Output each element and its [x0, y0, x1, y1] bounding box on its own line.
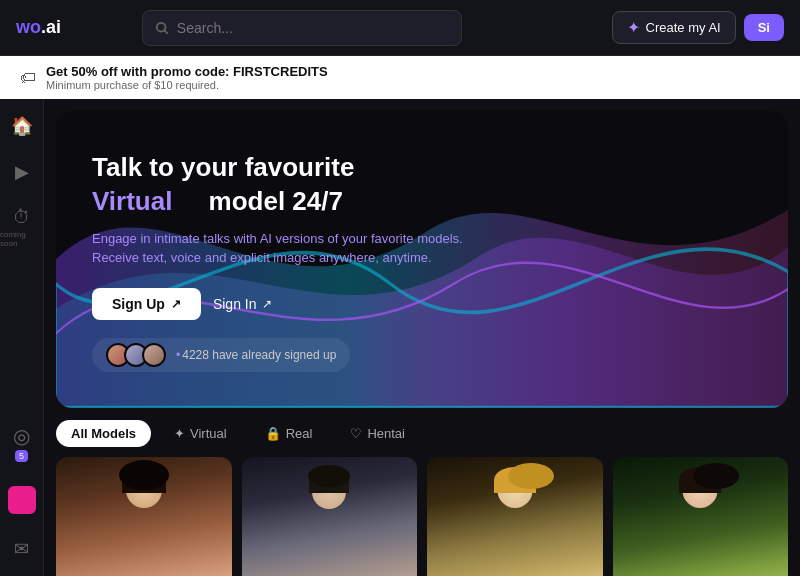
heart-icon: ♡: [350, 426, 362, 441]
tab-hentai[interactable]: ♡ Hentai: [335, 420, 420, 447]
hero-section: Talk to your favourite Virtual model 24/…: [56, 111, 788, 408]
search-bar[interactable]: [142, 10, 462, 46]
model-card[interactable]: [613, 457, 789, 576]
filter-tabs: All Models ✦ Virtual 🔒 Real ♡ Hentai: [44, 420, 800, 457]
promo-text: Get 50% off with promo code: FIRSTCREDIT…: [46, 64, 328, 91]
home-icon: 🏠: [11, 115, 33, 137]
social-proof: •4228 have already signed up: [92, 338, 350, 372]
sidebar: 🏠 ▶ ⏱ coming soon ◎ 5 ✉: [0, 99, 44, 576]
signin-button[interactable]: Sign In ↗: [213, 288, 273, 320]
spark-icon: ✦: [627, 18, 640, 37]
hero-buttons: Sign Up ↗ Sign In ↗: [92, 288, 752, 320]
content-area: Talk to your favourite Virtual model 24/…: [44, 99, 800, 576]
sidebar-item-messages[interactable]: ✉: [14, 538, 29, 560]
logo: wo.ai: [16, 17, 61, 38]
feed-icon: ▶: [15, 161, 29, 183]
promo-subtitle: Minimum purchase of $10 required.: [46, 79, 328, 91]
lock-icon: 🔒: [265, 426, 281, 441]
sidebar-item-feed[interactable]: ▶: [15, 161, 29, 183]
header-right: ✦ Create my AI Si: [612, 11, 784, 44]
header-signup-button[interactable]: Si: [744, 14, 784, 41]
sidebar-pink-item[interactable]: [8, 486, 36, 514]
search-input[interactable]: [177, 20, 449, 36]
hero-description: Engage in intimate talks with AI version…: [92, 229, 532, 268]
sidebar-item-notifications[interactable]: ◎ 5: [13, 424, 30, 462]
promo-title: Get 50% off with promo code: FIRSTCREDIT…: [46, 64, 328, 79]
svg-line-1: [164, 30, 167, 33]
notifications-badge: 5: [15, 450, 28, 462]
model-card[interactable]: [242, 457, 418, 576]
tab-all-models[interactable]: All Models: [56, 420, 151, 447]
promo-banner: 🏷 Get 50% off with promo code: FIRSTCRED…: [0, 56, 800, 99]
model-card[interactable]: [427, 457, 603, 576]
tab-virtual[interactable]: ✦ Virtual: [159, 420, 242, 447]
avatar-group: [106, 343, 160, 367]
model-grid: [44, 457, 800, 576]
arrow-icon-2: ↗: [262, 297, 272, 311]
hero-title: Talk to your favourite Virtual model 24/…: [92, 151, 752, 219]
signup-button[interactable]: Sign Up ↗: [92, 288, 201, 320]
circle-icon: ◎: [13, 424, 30, 448]
sidebar-item-soon: ⏱ coming soon: [0, 207, 43, 248]
virtual-icon: ✦: [174, 426, 185, 441]
search-icon: [155, 21, 169, 35]
social-count: •4228 have already signed up: [176, 348, 336, 362]
main-layout: 🏠 ▶ ⏱ coming soon ◎ 5 ✉: [0, 99, 800, 576]
sidebar-item-home[interactable]: 🏠: [11, 115, 33, 137]
clock-icon: ⏱: [13, 207, 31, 228]
header: wo.ai ✦ Create my AI Si: [0, 0, 800, 56]
envelope-icon: ✉: [14, 538, 29, 560]
model-card[interactable]: [56, 457, 232, 576]
tab-real[interactable]: 🔒 Real: [250, 420, 328, 447]
avatar: [142, 343, 166, 367]
create-ai-button[interactable]: ✦ Create my AI: [612, 11, 736, 44]
arrow-icon: ↗: [171, 297, 181, 311]
tag-icon: 🏷: [20, 69, 36, 87]
